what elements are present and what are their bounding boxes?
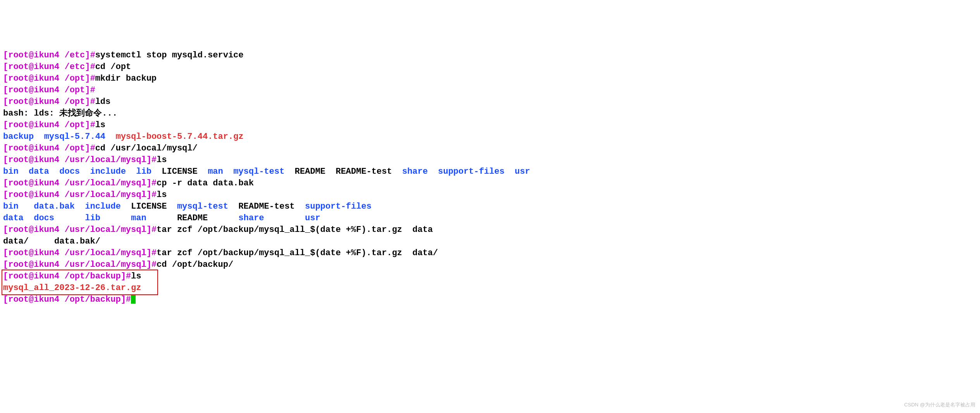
dir-item: data	[29, 167, 49, 176]
file-item: LICENSE	[131, 202, 167, 211]
command-text: cd /opt	[95, 62, 131, 72]
prompt: [root@ikun4 /opt]#	[3, 120, 95, 130]
command-text: lds	[95, 97, 111, 107]
dir-item: bin	[3, 167, 19, 176]
dir-item: mysql-test	[233, 167, 284, 176]
command-text: tar zcf /opt/backup/mysql_all_$(date +%F…	[157, 248, 438, 258]
command-text: cd /usr/local/mysql/	[95, 143, 198, 153]
prompt: [root@ikun4 /opt]#	[3, 74, 95, 83]
file-item: README	[295, 167, 326, 176]
dir-item: man	[131, 213, 146, 223]
dir-item: usr	[305, 213, 320, 223]
command-text: ls	[157, 155, 167, 165]
error-line: bash: lds: 未找到命令...	[3, 109, 117, 118]
prompt: [root@ikun4 /usr/local/mysql]#	[3, 260, 157, 270]
command-text: mkdir backup	[95, 74, 157, 83]
dir-item: share	[402, 167, 428, 176]
prompt: [root@ikun4 /opt/backup]#	[3, 295, 131, 304]
completion-item: data.bak/	[54, 237, 100, 246]
file-item: mysql_all_2023-12-26.tar.gz	[3, 283, 141, 293]
file-item: LICENSE	[162, 167, 197, 176]
dir-item: docs	[34, 213, 54, 223]
command-text: ls	[95, 120, 105, 130]
prompt: [root@ikun4 /usr/local/mysql]#	[3, 248, 157, 258]
command-text: ls	[157, 190, 167, 200]
dir-item: bin	[3, 202, 19, 211]
dir-item: support-files	[305, 202, 372, 211]
dir-item: data.bak	[34, 202, 75, 211]
prompt: [root@ikun4 /usr/local/mysql]#	[3, 178, 157, 188]
prompt: [root@ikun4 /usr/local/mysql]#	[3, 190, 157, 200]
prompt: [root@ikun4 /opt]#	[3, 85, 95, 95]
dir-item: usr	[515, 167, 530, 176]
dir-item: share	[238, 213, 264, 223]
command-text: ls	[131, 271, 141, 281]
dir-item: data	[3, 213, 24, 223]
command-text: cd /opt/backup/	[157, 260, 233, 270]
highlighted-region: [root@ikun4 /opt/backup]#ls mysql_all_20…	[3, 271, 141, 294]
prompt: [root@ikun4 /opt]#	[3, 97, 95, 107]
prompt: [root@ikun4 /etc]#	[3, 50, 95, 60]
dir-item: man	[208, 167, 223, 176]
command-text: cp -r data data.bak	[157, 178, 254, 188]
prompt: [root@ikun4 /etc]#	[3, 62, 95, 72]
dir-item: backup	[3, 132, 34, 142]
file-item: README-test	[238, 202, 295, 211]
command-text: systemctl stop mysqld.service	[95, 50, 244, 60]
dir-item: lib	[85, 213, 100, 223]
file-item: README-test	[336, 167, 392, 176]
dir-item: include	[85, 202, 121, 211]
dir-item: lib	[136, 167, 152, 176]
prompt: [root@ikun4 /usr/local/mysql]#	[3, 155, 157, 165]
command-text: tar zcf /opt/backup/mysql_all_$(date +%F…	[157, 225, 433, 235]
file-item: mysql-boost-5.7.44.tar.gz	[115, 132, 243, 142]
completion-item: data/	[3, 237, 29, 246]
dir-item: mysql-5.7.44	[44, 132, 105, 142]
prompt: [root@ikun4 /opt]#	[3, 143, 95, 153]
dir-item: support-files	[438, 167, 505, 176]
terminal-output[interactable]: [root@ikun4 /etc]#systemctl stop mysqld.…	[3, 50, 977, 306]
dir-item: mysql-test	[177, 202, 228, 211]
cursor-icon	[131, 295, 136, 304]
prompt: [root@ikun4 /usr/local/mysql]#	[3, 225, 157, 235]
dir-item: docs	[59, 167, 80, 176]
prompt: [root@ikun4 /opt/backup]#	[3, 271, 131, 281]
file-item: README	[177, 213, 208, 223]
dir-item: include	[90, 167, 126, 176]
